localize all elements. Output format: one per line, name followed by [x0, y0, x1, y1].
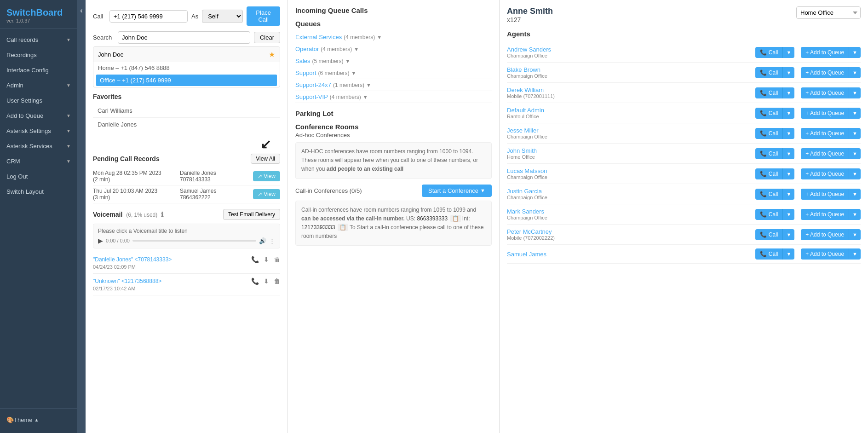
- play-button[interactable]: ▶: [98, 237, 103, 244]
- agent-call-dropdown-button[interactable]: ▼: [782, 148, 794, 159]
- agent-call-dropdown-button[interactable]: ▼: [782, 209, 794, 220]
- agent-add-queue-button[interactable]: + Add to Queue: [801, 168, 849, 179]
- agent-add-queue-button[interactable]: + Add to Queue: [801, 189, 849, 200]
- place-call-button[interactable]: Place Call: [247, 6, 280, 26]
- queue-name-link[interactable]: Support-VIP: [295, 93, 328, 100]
- call-number-input[interactable]: [109, 10, 188, 23]
- star-icon[interactable]: ★: [269, 50, 275, 59]
- theme-button[interactable]: 🎨 Theme ▲: [0, 412, 77, 427]
- agent-call-button[interactable]: 📞 Call: [755, 128, 782, 139]
- agent-add-queue-dropdown-button[interactable]: ▼: [849, 47, 861, 58]
- office-select[interactable]: Home Office Champaign Office Rantoul Off…: [796, 6, 861, 19]
- sidebar-item-asterisk-services[interactable]: Asterisk Services▼: [0, 139, 77, 154]
- agent-row-name[interactable]: Andrew Sanders: [507, 46, 752, 53]
- agent-row-name[interactable]: Justin Garcia: [507, 188, 752, 195]
- sidebar-item-crm[interactable]: CRM▼: [0, 154, 77, 169]
- agent-row-name[interactable]: Samuel James: [507, 251, 752, 258]
- agent-call-button[interactable]: 📞 Call: [755, 209, 782, 220]
- favorite-item[interactable]: Carl Williams: [93, 104, 280, 118]
- agent-add-queue-dropdown-button[interactable]: ▼: [849, 248, 861, 260]
- sidebar-toggle-button[interactable]: ‹: [77, 0, 86, 433]
- voicemail-delete-icon[interactable]: 🗑: [274, 256, 280, 263]
- agent-add-queue-button[interactable]: + Add to Queue: [801, 229, 849, 240]
- agent-call-button[interactable]: 📞 Call: [755, 87, 782, 98]
- view-all-button[interactable]: View All: [251, 154, 280, 164]
- as-select[interactable]: Self: [202, 10, 243, 23]
- agent-call-button[interactable]: 📞 Call: [755, 189, 782, 200]
- queue-item[interactable]: Operator (4 members) ▼: [295, 43, 492, 55]
- agent-row-name[interactable]: Peter McCartney: [507, 228, 752, 235]
- agent-add-queue-button[interactable]: + Add to Queue: [801, 248, 849, 260]
- sidebar-item-asterisk-settings[interactable]: Asterisk Settings▼: [0, 123, 77, 139]
- agent-call-dropdown-button[interactable]: ▼: [782, 67, 794, 78]
- queue-item[interactable]: External Services (4 members) ▼: [295, 31, 492, 43]
- voicemail-info-icon[interactable]: ℹ: [161, 211, 163, 218]
- sidebar-item-add-to-queue[interactable]: Add to Queue▼: [0, 108, 77, 123]
- voicemail-caller-link[interactable]: "Danielle Jones" <7078143333>: [93, 256, 172, 263]
- queue-item[interactable]: Support-VIP (4 members) ▼: [295, 91, 492, 103]
- queue-name-link[interactable]: Sales: [295, 58, 310, 64]
- start-conference-button[interactable]: Start a Conference ▼: [422, 185, 492, 197]
- queue-name-link[interactable]: Support-24x7: [295, 81, 331, 88]
- more-icon[interactable]: ⋮: [269, 237, 275, 244]
- contact-phone-home[interactable]: Home – +1 (847) 546 8888: [93, 62, 280, 74]
- agent-call-button[interactable]: 📞 Call: [755, 148, 782, 159]
- agent-call-dropdown-button[interactable]: ▼: [782, 108, 794, 119]
- voicemail-call-icon[interactable]: 📞: [251, 277, 259, 285]
- view-record-button[interactable]: ↗ View: [253, 171, 280, 181]
- agent-row-name[interactable]: Blake Brown: [507, 66, 752, 73]
- sidebar-item-log-out[interactable]: Log Out: [0, 169, 77, 184]
- agent-add-queue-dropdown-button[interactable]: ▼: [849, 128, 861, 139]
- favorite-item[interactable]: Danielle Jones: [93, 118, 280, 131]
- queue-item[interactable]: Sales (5 members) ▼: [295, 55, 492, 67]
- voicemail-delete-icon[interactable]: 🗑: [274, 277, 280, 285]
- agent-call-button[interactable]: 📞 Call: [755, 67, 782, 78]
- agent-add-queue-dropdown-button[interactable]: ▼: [849, 108, 861, 119]
- queue-name-link[interactable]: Support: [295, 69, 316, 76]
- agent-call-dropdown-button[interactable]: ▼: [782, 168, 794, 179]
- agent-row-name[interactable]: Mark Sanders: [507, 208, 752, 215]
- agent-call-button[interactable]: 📞 Call: [755, 248, 782, 260]
- contact-phone-office[interactable]: Office – +1 (217) 546 9999: [96, 75, 277, 86]
- agent-call-dropdown-button[interactable]: ▼: [782, 229, 794, 240]
- agent-call-dropdown-button[interactable]: ▼: [782, 189, 794, 200]
- agent-add-queue-dropdown-button[interactable]: ▼: [849, 229, 861, 240]
- sidebar-item-call-records[interactable]: Call records▼: [0, 32, 77, 47]
- volume-icon[interactable]: 🔊: [259, 237, 266, 244]
- sidebar-item-switch-layout[interactable]: Switch Layout: [0, 184, 77, 199]
- queue-name-link[interactable]: Operator: [295, 46, 319, 52]
- agent-call-dropdown-button[interactable]: ▼: [782, 87, 794, 98]
- queue-item[interactable]: Support-24x7 (1 members) ▼: [295, 79, 492, 91]
- agent-call-dropdown-button[interactable]: ▼: [782, 248, 794, 260]
- agent-row-name[interactable]: Default Admin: [507, 107, 752, 114]
- agent-row-name[interactable]: Lucas Matsson: [507, 167, 752, 174]
- voicemail-call-icon[interactable]: 📞: [251, 256, 259, 263]
- agent-add-queue-button[interactable]: + Add to Queue: [801, 87, 849, 98]
- agent-add-queue-button[interactable]: + Add to Queue: [801, 108, 849, 119]
- agent-add-queue-dropdown-button[interactable]: ▼: [849, 168, 861, 179]
- audio-progress-bar[interactable]: [132, 240, 256, 242]
- agent-add-queue-button[interactable]: + Add to Queue: [801, 67, 849, 78]
- queue-name-link[interactable]: External Services: [295, 34, 342, 40]
- agent-add-queue-button[interactable]: + Add to Queue: [801, 209, 849, 220]
- agent-call-button[interactable]: 📞 Call: [755, 108, 782, 119]
- agent-add-queue-dropdown-button[interactable]: ▼: [849, 87, 861, 98]
- view-record-button[interactable]: ↗ View: [253, 189, 280, 199]
- agent-row-name[interactable]: Derek William: [507, 87, 752, 93]
- copy-us-icon[interactable]: 📋: [450, 215, 461, 222]
- agent-call-dropdown-button[interactable]: ▼: [782, 128, 794, 139]
- queue-item[interactable]: Support (6 members) ▼: [295, 67, 492, 79]
- agent-add-queue-button[interactable]: + Add to Queue: [801, 47, 849, 58]
- agent-add-queue-dropdown-button[interactable]: ▼: [849, 67, 861, 78]
- copy-int-icon[interactable]: 📋: [338, 224, 348, 231]
- test-email-button[interactable]: Test Email Delivery: [223, 209, 280, 220]
- sidebar-item-user-settings[interactable]: User Settings: [0, 93, 77, 108]
- voicemail-download-icon[interactable]: ⬇: [264, 256, 269, 263]
- agent-row-name[interactable]: John Smith: [507, 147, 752, 154]
- agent-add-queue-button[interactable]: + Add to Queue: [801, 128, 849, 139]
- agent-call-dropdown-button[interactable]: ▼: [782, 47, 794, 58]
- voicemail-caller-link[interactable]: "Unknown" <12173568888>: [93, 278, 161, 284]
- agent-call-button[interactable]: 📞 Call: [755, 168, 782, 179]
- agent-add-queue-dropdown-button[interactable]: ▼: [849, 209, 861, 220]
- agent-add-queue-dropdown-button[interactable]: ▼: [849, 148, 861, 159]
